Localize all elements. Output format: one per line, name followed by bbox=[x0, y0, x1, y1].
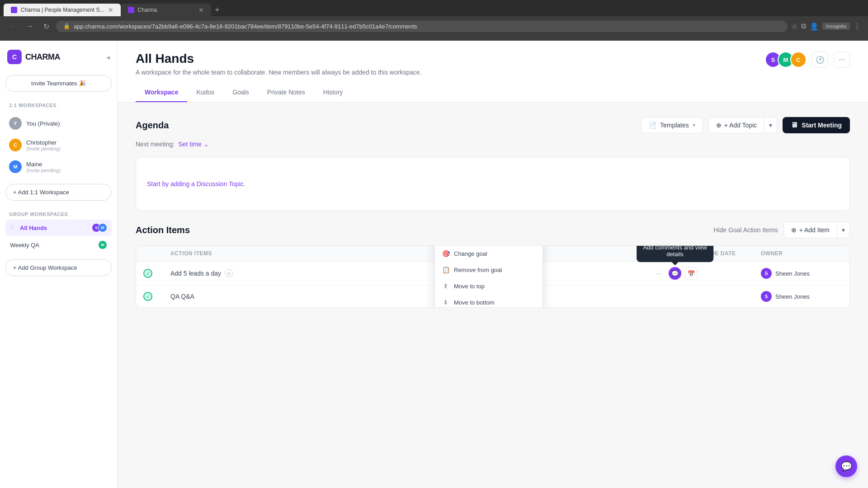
tab-close-1[interactable]: ✕ bbox=[108, 6, 113, 14]
item1-row-actions: ··· 💬 Add comments and viewdetails 📅 bbox=[652, 267, 707, 280]
start-meeting-button[interactable]: 🖥 Start Meeting bbox=[783, 117, 850, 133]
tabs: Workspace Kudos Goals Private Notes Hist… bbox=[136, 83, 850, 102]
star-icon[interactable]: ☆ bbox=[791, 22, 797, 31]
main-content: All Hands A workspace for the whole team… bbox=[118, 41, 868, 488]
add-topic-chevron[interactable]: ▾ bbox=[764, 117, 777, 133]
set-time-link[interactable]: Set time ⌄ bbox=[178, 141, 208, 148]
section-11-label: 1:1 Workspaces bbox=[5, 101, 112, 110]
menu-icon-change-goal: 🎯 bbox=[442, 250, 449, 257]
menu-item-move-top[interactable]: ⬆ Move to top bbox=[435, 278, 542, 294]
item1-owner-avatar: S bbox=[761, 268, 772, 279]
tab-kudos[interactable]: Kudos bbox=[187, 83, 223, 102]
forward-button[interactable]: → bbox=[24, 20, 36, 33]
tab-workspace[interactable]: Workspace bbox=[136, 83, 187, 102]
item2-owner-avatar: S bbox=[761, 291, 772, 302]
item1-calendar-button[interactable]: 📅 bbox=[685, 267, 698, 280]
clock-icon-btn[interactable]: 🕐 bbox=[812, 52, 828, 68]
item1-more-button[interactable]: ··· bbox=[652, 267, 665, 280]
header-title-area: All Hands A workspace for the whole team… bbox=[136, 52, 422, 76]
menu-item-change-goal[interactable]: 🎯 Change goal bbox=[435, 245, 542, 262]
user-name-maine: Maine bbox=[26, 161, 61, 168]
item1-comment-button[interactable]: 💬 Add comments and viewdetails bbox=[669, 267, 681, 280]
agenda-title: Agenda bbox=[136, 120, 169, 131]
invite-teammates-button[interactable]: Invite Teammates 🎉 bbox=[5, 75, 112, 92]
charma-logo-icon: C bbox=[7, 50, 22, 64]
tab-history[interactable]: History bbox=[314, 83, 352, 102]
browser-tab-2[interactable]: Charma ✕ bbox=[121, 4, 211, 16]
url-text: app.charma.com/workspaces/7a2bb9a6-e096-… bbox=[74, 23, 417, 30]
tab-favicon-1 bbox=[11, 7, 17, 13]
browser-tab-1[interactable]: Charma | People Management S... ✕ bbox=[4, 4, 121, 16]
drag-handle-allhands: ⠿ bbox=[10, 224, 14, 231]
add-topic-button[interactable]: ⊕ + Add Topic ▾ bbox=[708, 117, 778, 133]
back-button[interactable]: ← bbox=[7, 20, 20, 33]
table-row: Add 5 leads a day ⊙ ··· 💬 Add comments a… bbox=[136, 262, 849, 286]
agenda-hint-link[interactable]: adding a Discussion Topic. bbox=[170, 180, 245, 188]
main-header: All Hands A workspace for the whole team… bbox=[118, 41, 868, 103]
workspace-avatar-w: W bbox=[98, 240, 107, 249]
address-bar[interactable]: 🔒 app.charma.com/workspaces/7a2bb9a6-e09… bbox=[56, 21, 788, 32]
item1-goal-icon[interactable]: ⊙ bbox=[225, 269, 233, 277]
more-options-btn[interactable]: ··· bbox=[834, 52, 850, 68]
sidebar-logo: C CHARMA ◂ bbox=[5, 48, 112, 66]
col-owner: OWNER bbox=[761, 250, 842, 257]
avatar-you: Y bbox=[9, 117, 22, 130]
add-group-workspace-button[interactable]: + Add Group Workspace bbox=[5, 259, 112, 276]
check-item2[interactable] bbox=[143, 292, 152, 301]
sidebar-item-maine[interactable]: M Maine (Invite pending) bbox=[5, 157, 112, 177]
menu-icon[interactable]: ⋮ bbox=[854, 22, 861, 31]
reload-button[interactable]: ↻ bbox=[40, 20, 52, 33]
workspace-name-allhands: All Hands bbox=[20, 225, 88, 231]
action-items-controls: Hide Goal Action Items ⊕ + Add Item ▾ bbox=[713, 222, 850, 238]
header-avatars: S M C bbox=[765, 52, 807, 68]
add-item-label: + Add Item bbox=[799, 226, 830, 234]
menu-icon-move-bottom: ⬇ bbox=[442, 299, 449, 306]
templates-button[interactable]: 📄 Templates ▾ bbox=[641, 117, 703, 133]
item2-owner: S Sheen Jones bbox=[761, 291, 842, 302]
sidebar-item-allhands[interactable]: ⠿ All Hands S M bbox=[5, 220, 112, 236]
chat-fab[interactable]: 💬 bbox=[835, 455, 857, 477]
avatar-christopher: C bbox=[9, 139, 22, 151]
next-meeting: Next meeting: Set time ⌄ bbox=[136, 141, 850, 148]
item2-name: QA Q&A bbox=[170, 293, 652, 300]
menu-item-remove-goal[interactable]: 📋 Remove from goal bbox=[435, 262, 542, 278]
menu-item-move-bottom[interactable]: ⬇ Move to bottom bbox=[435, 294, 542, 308]
check-item1[interactable] bbox=[143, 269, 152, 278]
add-item-chevron[interactable]: ▾ bbox=[837, 222, 849, 238]
add-item-button[interactable]: ⊕ + Add Item ▾ bbox=[783, 222, 850, 238]
user-info-you: You (Private) bbox=[26, 120, 60, 127]
tab-private-notes[interactable]: Private Notes bbox=[258, 83, 314, 102]
menu-icon-remove-goal: 📋 bbox=[442, 266, 449, 273]
col-check bbox=[143, 250, 170, 257]
add-item-main[interactable]: ⊕ + Add Item bbox=[784, 222, 837, 238]
profile-icon[interactable]: 👤 bbox=[810, 22, 819, 31]
avatar-maine: M bbox=[9, 160, 22, 173]
user-sub-maine: (Invite pending) bbox=[26, 168, 61, 173]
menu-label-remove-goal: Remove from goal bbox=[454, 267, 502, 273]
action-items-header: Action Items Hide Goal Action Items ⊕ + … bbox=[136, 222, 850, 238]
sidebar-item-christopher[interactable]: C Christopher (Invite pending) bbox=[5, 135, 112, 155]
context-menu: ADDED: DEC 09, 2023 BY: SHEEN JONES → Ad… bbox=[434, 245, 543, 308]
templates-chevron-icon: ▾ bbox=[693, 122, 695, 128]
add-11-workspace-button[interactable]: + Add 1:1 Workspace bbox=[5, 184, 112, 201]
item2-owner-name: Sheen Jones bbox=[775, 293, 810, 300]
menu-label-move-top: Move to top bbox=[454, 283, 485, 290]
workspace-avatars-allhands: S M bbox=[92, 223, 107, 232]
header-actions: S M C 🕐 ··· bbox=[765, 52, 850, 68]
tab-goals[interactable]: Goals bbox=[223, 83, 258, 102]
hide-goal-button[interactable]: Hide Goal Action Items bbox=[713, 226, 778, 234]
agenda-hint: Start by adding a Discussion Topic. bbox=[147, 180, 839, 188]
template-icon: 📄 bbox=[649, 122, 656, 129]
sidebar-collapse-button[interactable]: ◂ bbox=[106, 53, 110, 61]
sidebar-item-you[interactable]: Y You (Private) bbox=[5, 113, 112, 133]
user-info-maine: Maine (Invite pending) bbox=[26, 161, 61, 173]
sidebar-item-weeklyqa[interactable]: Weekly QA W bbox=[5, 237, 112, 253]
menu-label-move-bottom: Move to bottom bbox=[454, 299, 495, 306]
extension-icon[interactable]: ⧉ bbox=[801, 22, 806, 30]
tab-close-2[interactable]: ✕ bbox=[198, 6, 204, 14]
add-topic-main[interactable]: ⊕ + Add Topic bbox=[709, 117, 765, 133]
col-action-items: ACTION ITEMS bbox=[170, 250, 652, 257]
item2-name-text: QA Q&A bbox=[170, 293, 194, 300]
workspace-avatar-m: M bbox=[98, 223, 107, 232]
new-tab-button[interactable]: + bbox=[211, 4, 224, 16]
